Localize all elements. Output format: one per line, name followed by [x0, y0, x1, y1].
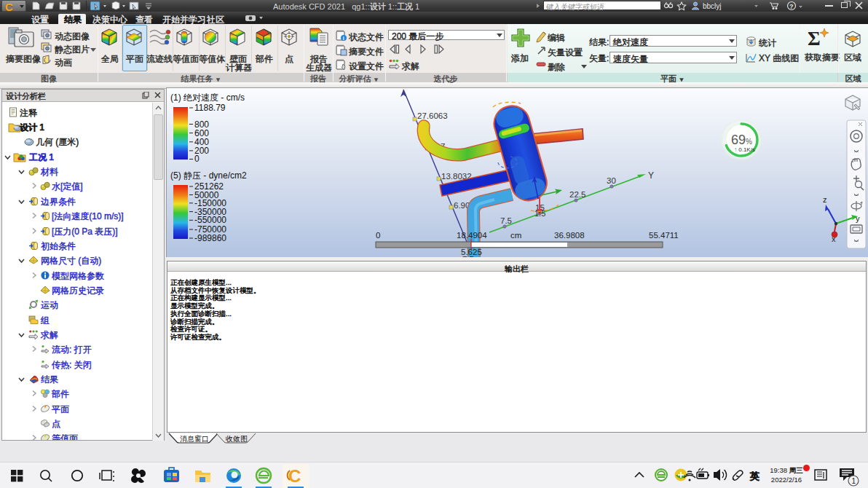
svg-text:?: ?: [789, 3, 794, 10]
svg-text:55.4711: 55.4711: [649, 231, 679, 240]
svg-text:7.5: 7.5: [500, 216, 512, 225]
svg-text:36.9808: 36.9808: [554, 231, 585, 240]
svg-text:1188.79: 1188.79: [194, 103, 226, 113]
svg-text:i: i: [343, 36, 344, 41]
svg-text:x: x: [832, 235, 836, 243]
svg-text:cm: cm: [510, 231, 521, 240]
svg-text:18.4904: 18.4904: [457, 231, 487, 240]
svg-text:27.6063: 27.6063: [417, 111, 448, 120]
svg-text:(1) 绝对速度 - cm/s: (1) 绝对速度 - cm/s: [170, 93, 245, 103]
svg-text:收敛图: 收敛图: [226, 435, 248, 443]
svg-text:22.5: 22.5: [569, 190, 585, 199]
svg-text:1.5: 1.5: [534, 209, 545, 218]
svg-text:0: 0: [194, 154, 200, 164]
svg-text:30: 30: [607, 176, 616, 185]
svg-text:C: C: [288, 466, 301, 486]
svg-text:y: y: [856, 214, 860, 223]
svg-text:Y: Y: [648, 170, 654, 181]
svg-text:(5) 静压 - dyne/cm2: (5) 静压 - dyne/cm2: [170, 170, 247, 181]
svg-text:1: 1: [852, 477, 856, 485]
svg-text:-989860: -989860: [194, 233, 226, 243]
svg-text:bbclyj: bbclyj: [703, 2, 722, 10]
svg-text:↑ 0.1K/s: ↑ 0.1K/s: [734, 146, 755, 153]
svg-text:0: 0: [376, 231, 380, 240]
svg-text:z: z: [823, 195, 827, 204]
svg-text:消息窗口: 消息窗口: [180, 435, 209, 443]
